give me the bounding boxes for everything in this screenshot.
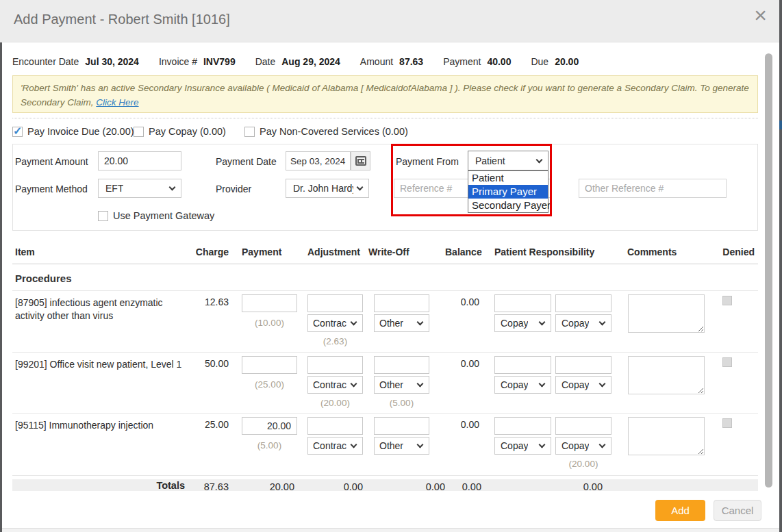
summary-value: INV799 bbox=[203, 56, 236, 67]
adjustment-hint: (20.00) bbox=[307, 398, 363, 408]
chevron-down-icon bbox=[351, 442, 357, 448]
summary-value: 87.63 bbox=[399, 56, 423, 67]
writeoff-type-select[interactable]: Other bbox=[374, 376, 429, 394]
totals-label: Totals bbox=[116, 480, 185, 491]
pr-amount-input-1[interactable] bbox=[494, 294, 551, 312]
click-here-link[interactable]: Click Here bbox=[96, 97, 138, 107]
page-edge-bottom bbox=[2, 528, 779, 532]
row-divider bbox=[12, 290, 758, 291]
adjustment-input[interactable] bbox=[307, 417, 363, 435]
comments-textarea[interactable] bbox=[628, 294, 705, 333]
writeoff-type-select[interactable]: Other bbox=[374, 437, 429, 455]
payment-from-select[interactable]: Patient bbox=[468, 151, 548, 170]
payment-from-dropdown: Patient Primary Payer Secondary Payer bbox=[468, 170, 548, 213]
totals-adjustment: 0.00 bbox=[322, 481, 363, 491]
column-header-writeoff: Write-Off bbox=[368, 246, 409, 257]
summary-label: Invoice # bbox=[159, 56, 197, 67]
payment-input[interactable] bbox=[242, 294, 297, 312]
pr-amount-input-1[interactable] bbox=[494, 417, 551, 435]
charge-value: 12.63 bbox=[184, 296, 229, 307]
pr-type-select-2[interactable]: Copay bbox=[555, 437, 611, 455]
balance-value: 0.00 bbox=[438, 296, 479, 307]
row-divider bbox=[12, 413, 758, 414]
dialog-header: Add Payment - Robert Smith [1016] × bbox=[0, 0, 779, 42]
pay-noncovered-option: Pay Non-Covered Services (0.00) bbox=[244, 125, 408, 138]
dropdown-option-secondary-payer[interactable]: Secondary Payer bbox=[468, 199, 548, 212]
chevron-down-icon bbox=[599, 442, 606, 448]
adjustment-type-select[interactable]: Contrac bbox=[307, 376, 363, 394]
procedure-description: [99201] Office visit new patient, Level … bbox=[15, 358, 188, 371]
pr-type-select-1[interactable]: Copay bbox=[494, 376, 551, 394]
column-header-adjustment: Adjustment bbox=[307, 246, 360, 257]
pr-amount-input-2[interactable] bbox=[555, 294, 611, 312]
pr-type-select-1[interactable]: Copay bbox=[494, 314, 551, 332]
chevron-down-icon bbox=[351, 319, 357, 326]
adjustment-type-select[interactable]: Contrac bbox=[307, 314, 363, 332]
summary-label: Due bbox=[531, 56, 548, 67]
calendar-icon bbox=[355, 156, 366, 166]
close-icon[interactable]: × bbox=[754, 4, 767, 26]
procedure-description: [95115] Immunotherapy injection bbox=[15, 419, 188, 432]
pay-invoice-due-option: Pay Invoice Due (20.00) bbox=[12, 125, 134, 138]
chevron-down-icon bbox=[539, 381, 546, 388]
payment-amount-label: Payment Amount bbox=[15, 156, 88, 167]
calendar-button[interactable] bbox=[351, 151, 370, 170]
summary-label: Payment bbox=[443, 56, 481, 67]
pay-copay-label: Pay Copay (0.00) bbox=[149, 126, 226, 137]
procedures-section-title: Procedures bbox=[15, 273, 72, 284]
summary-value: 20.00 bbox=[555, 56, 579, 67]
cancel-button[interactable]: Cancel bbox=[714, 500, 761, 521]
column-header-balance: Balance bbox=[445, 246, 481, 257]
other-reference-input[interactable] bbox=[579, 179, 727, 198]
use-payment-gateway-label: Use Payment Gateway bbox=[113, 210, 214, 221]
denied-checkbox[interactable] bbox=[722, 357, 732, 367]
adjustment-input[interactable] bbox=[307, 356, 363, 374]
balance-value: 0.00 bbox=[438, 358, 479, 369]
provider-label: Provider bbox=[216, 183, 251, 194]
summary-label: Date bbox=[255, 56, 276, 67]
payment-hint: (5.00) bbox=[242, 440, 297, 451]
totals-row: Totals 87.63 20.00 0.00 0.00 0.00 0.00 bbox=[12, 479, 758, 491]
pay-copay-checkbox[interactable] bbox=[134, 127, 144, 137]
pay-invoice-due-label: Pay Invoice Due (20.00) bbox=[27, 126, 134, 137]
denied-checkbox[interactable] bbox=[722, 418, 732, 428]
pr-amount-input-2[interactable] bbox=[555, 356, 611, 374]
payment-input[interactable] bbox=[242, 417, 297, 435]
pr-amount-input-2[interactable] bbox=[555, 417, 611, 435]
adjustment-input[interactable] bbox=[307, 294, 363, 312]
payment-input[interactable] bbox=[242, 356, 297, 374]
totals-balance: 0.00 bbox=[440, 481, 481, 491]
page-title: Add Payment - Robert Smith [1016] bbox=[14, 12, 230, 27]
dropdown-option-patient[interactable]: Patient bbox=[468, 171, 548, 185]
column-header-comments: Comments bbox=[627, 246, 677, 257]
payment-method-select[interactable]: EFT bbox=[98, 179, 181, 198]
denied-checkbox[interactable] bbox=[722, 296, 732, 305]
provider-select[interactable]: Dr. John Hardy bbox=[286, 179, 369, 198]
chevron-down-icon bbox=[599, 319, 606, 326]
writeoff-input[interactable] bbox=[374, 356, 429, 374]
use-payment-gateway-checkbox[interactable] bbox=[98, 211, 108, 221]
add-button[interactable]: Add bbox=[655, 500, 705, 521]
pr-type-select-2[interactable]: Copay bbox=[555, 314, 611, 332]
pay-noncovered-checkbox[interactable] bbox=[244, 127, 255, 137]
payment-from-label: Payment From bbox=[396, 156, 459, 167]
pr-type-select-2[interactable]: Copay bbox=[555, 376, 611, 394]
comments-textarea[interactable] bbox=[628, 417, 705, 455]
table-header-divider bbox=[12, 264, 758, 264]
writeoff-input[interactable] bbox=[374, 417, 429, 435]
column-header-denied: Denied bbox=[716, 246, 755, 257]
comments-textarea[interactable] bbox=[628, 356, 705, 394]
pay-invoice-due-checkbox[interactable] bbox=[12, 127, 23, 137]
payment-hint: (25.00) bbox=[242, 379, 297, 390]
pr-amount-input-1[interactable] bbox=[494, 356, 551, 374]
dropdown-option-primary-payer[interactable]: Primary Payer bbox=[468, 185, 548, 199]
scrollbar-thumb[interactable] bbox=[765, 53, 772, 487]
writeoff-type-select[interactable]: Other bbox=[374, 314, 429, 332]
payment-amount-input[interactable] bbox=[98, 151, 181, 170]
pr-type-select-1[interactable]: Copay bbox=[494, 437, 551, 455]
adjustment-type-select[interactable]: Contrac bbox=[307, 437, 363, 455]
summary-value: Aug 29, 2024 bbox=[281, 56, 340, 67]
writeoff-input[interactable] bbox=[374, 294, 429, 312]
column-header-payment: Payment bbox=[242, 246, 281, 257]
payment-date-input[interactable] bbox=[286, 151, 351, 170]
